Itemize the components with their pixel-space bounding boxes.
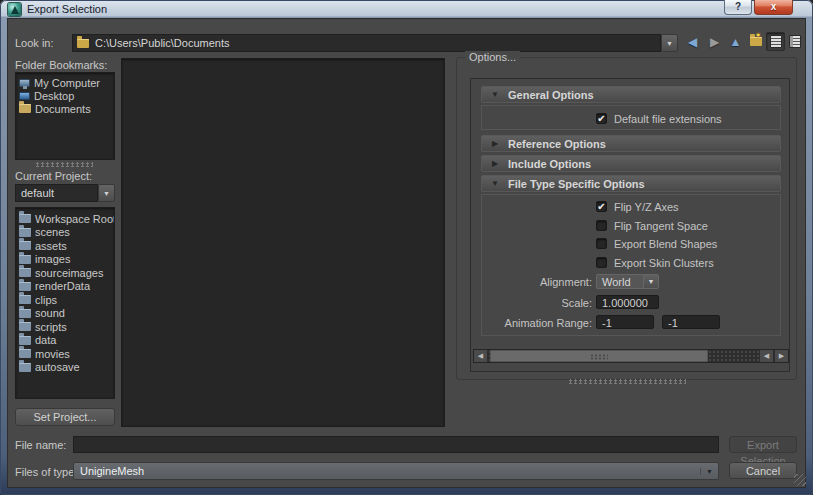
current-project-label: Current Project:: [15, 170, 92, 182]
files-of-type-value: UnigineMesh: [74, 465, 700, 477]
collapsed-triangle-icon: ▶: [482, 139, 508, 148]
flip-tangent-space-checkbox[interactable]: Flip Tangent Space: [596, 219, 708, 232]
bookmark-documents[interactable]: Documents: [16, 102, 114, 115]
checkbox-checked-icon[interactable]: ✔: [596, 201, 607, 212]
bookmark-desktop[interactable]: Desktop: [16, 89, 114, 102]
maya-app-icon: [8, 3, 21, 16]
expanded-triangle-icon: ▼: [482, 90, 508, 99]
help-button[interactable]: ?: [724, 0, 752, 15]
collapsed-triangle-icon: ▶: [482, 159, 508, 168]
star-icon: ✶: [755, 31, 762, 40]
checkbox-unchecked-icon[interactable]: [596, 257, 607, 268]
export-skin-clusters-checkbox[interactable]: Export Skin Clusters: [596, 256, 714, 269]
title-bar[interactable]: Export Selection: [0, 0, 813, 18]
checkbox-unchecked-icon[interactable]: [596, 220, 607, 231]
project-combo-value: default: [21, 187, 54, 199]
flip-yz-axes-checkbox[interactable]: ✔ Flip Y/Z Axes: [596, 200, 679, 213]
cancel-button[interactable]: Cancel: [729, 462, 797, 479]
scroll-left-button[interactable]: ◀: [474, 350, 487, 362]
file-name-input[interactable]: [73, 436, 719, 453]
resize-grip[interactable]: [794, 474, 806, 486]
section-file-type-specific-options[interactable]: ▼ File Type Specific Options: [481, 175, 781, 192]
forward-icon: ▶: [710, 35, 719, 49]
alignment-combo[interactable]: World ▼: [596, 274, 659, 289]
options-horizontal-scrollbar[interactable]: ◀ ◀ ▶: [473, 349, 789, 363]
folder-icon: [19, 282, 31, 291]
up-button[interactable]: ▲: [726, 32, 745, 51]
alignment-label: Alignment:: [484, 276, 592, 288]
bookmark-my-computer[interactable]: My Computer: [16, 76, 114, 89]
tree-item[interactable]: scripts: [16, 320, 114, 334]
files-of-type-combo[interactable]: UnigineMesh ▼: [73, 462, 719, 480]
folder-icon: [19, 336, 31, 345]
scrollbar-thumb[interactable]: [490, 350, 708, 362]
checkbox-checked-icon[interactable]: ✔: [596, 113, 607, 124]
file-list[interactable]: [121, 58, 445, 427]
folder-icon: [77, 39, 89, 48]
chevron-down-icon: ▼: [103, 190, 110, 197]
animation-range-end-input[interactable]: -1: [662, 315, 720, 329]
list-view-button[interactable]: [766, 32, 785, 51]
dialog-client-area: Look in: C:\Users\Public\Documents ▼ ◀ ▶…: [7, 18, 806, 488]
forward-button[interactable]: ▶: [705, 32, 724, 51]
options-scrollarea: ▼ General Options ✔ Default file extensi…: [470, 78, 790, 372]
animation-range-label: Animation Range:: [484, 317, 592, 329]
path-dropdown-button[interactable]: ▼: [661, 34, 678, 52]
file-name-label: File name:: [15, 439, 66, 451]
scroll-right-button[interactable]: ▶: [775, 350, 788, 362]
scrollbar-track[interactable]: [488, 350, 759, 362]
chevron-down-icon: ▼: [666, 40, 673, 47]
project-combo-arrow[interactable]: ▼: [98, 184, 115, 202]
desktop-icon: [19, 92, 30, 100]
export-selection-button[interactable]: Export Selection: [729, 436, 797, 453]
project-folder-tree[interactable]: Workspace Root scenes assets images sour…: [15, 207, 115, 399]
folder-icon: [19, 268, 31, 277]
section-general-options[interactable]: ▼ General Options: [481, 86, 781, 103]
tree-item[interactable]: assets: [16, 239, 114, 253]
files-of-type-label: Files of type:: [15, 466, 77, 478]
new-folder-button[interactable]: ✶: [746, 32, 765, 51]
folder-icon: [19, 349, 31, 358]
bookmarks-list[interactable]: My Computer Desktop Documents: [15, 72, 115, 160]
back-button[interactable]: ◀: [683, 32, 702, 51]
folder-icon: [19, 241, 31, 250]
checkbox-unchecked-icon[interactable]: [596, 238, 607, 249]
computer-icon: [19, 79, 30, 87]
options-groupbox: Options... ▼ General Options ✔ Default f…: [456, 57, 797, 380]
back-icon: ◀: [688, 35, 697, 49]
path-combo[interactable]: C:\Users\Public\Documents: [72, 34, 661, 52]
set-project-button[interactable]: Set Project...: [15, 408, 115, 426]
tree-item[interactable]: clips: [16, 293, 114, 307]
tree-item[interactable]: sourceimages: [16, 266, 114, 280]
folder-icon: [19, 104, 31, 113]
section-include-options[interactable]: ▶ Include Options: [481, 155, 781, 172]
section-reference-options[interactable]: ▶ Reference Options: [481, 135, 781, 152]
close-button[interactable]: x: [754, 0, 793, 15]
tree-item[interactable]: movies: [16, 347, 114, 361]
default-file-extensions-checkbox[interactable]: ✔ Default file extensions: [596, 112, 722, 125]
folder-icon: [19, 363, 31, 372]
project-combo[interactable]: default: [15, 184, 98, 202]
expanded-triangle-icon: ▼: [482, 179, 508, 188]
tree-item[interactable]: images: [16, 253, 114, 267]
animation-range-start-input[interactable]: -1: [596, 315, 654, 329]
look-in-label: Look in:: [15, 37, 54, 49]
bookmarks-splitter-handle[interactable]: [35, 162, 93, 167]
options-splitter-handle[interactable]: [568, 379, 686, 384]
tree-item[interactable]: Workspace Root: [16, 212, 114, 226]
scroll-left-button-2[interactable]: ◀: [760, 350, 773, 362]
folder-icon: [19, 309, 31, 318]
tree-item[interactable]: sound: [16, 307, 114, 321]
tree-item[interactable]: data: [16, 334, 114, 348]
details-view-button[interactable]: [785, 32, 804, 51]
tree-item[interactable]: renderData: [16, 280, 114, 294]
export-blend-shapes-checkbox[interactable]: Export Blend Shapes: [596, 237, 717, 250]
list-view-icon: [770, 35, 782, 48]
chevron-down-icon: ▼: [700, 468, 718, 475]
tree-item[interactable]: autosave: [16, 361, 114, 375]
folder-icon: [19, 228, 31, 237]
scale-input[interactable]: 1.000000: [596, 295, 659, 309]
chevron-down-icon[interactable]: ▼: [643, 274, 659, 289]
tree-item[interactable]: scenes: [16, 226, 114, 240]
file-type-specific-body: ✔ Flip Y/Z Axes Flip Tangent Space Expor…: [481, 194, 781, 336]
